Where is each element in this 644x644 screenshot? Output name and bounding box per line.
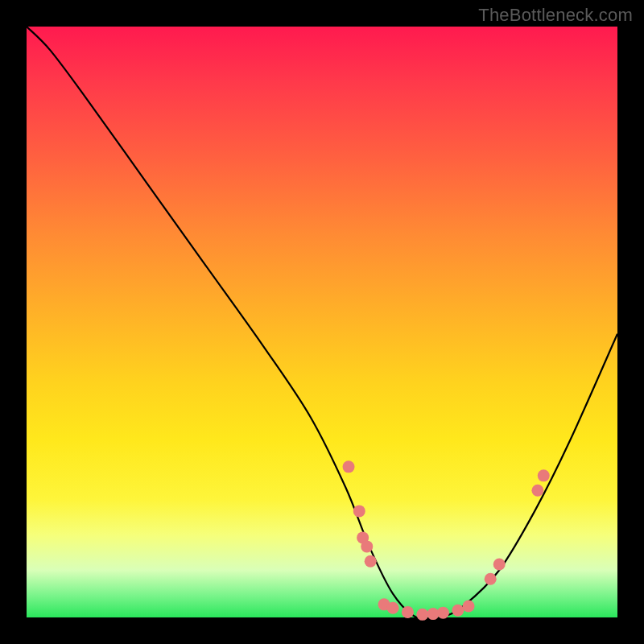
data-point-p2 xyxy=(353,505,365,517)
data-point-p14 xyxy=(485,573,497,585)
data-point-p15 xyxy=(493,558,506,570)
chart-frame: TheBottleneck.com xyxy=(0,0,644,644)
data-point-p9 xyxy=(416,609,428,621)
bottleneck-curve xyxy=(27,27,617,620)
data-point-p1 xyxy=(343,460,355,473)
watermark-text: TheBottleneck.com xyxy=(478,5,633,26)
data-point-p5 xyxy=(365,555,377,568)
data-point-p11 xyxy=(437,607,449,619)
curve-layer xyxy=(27,27,617,617)
plot-area xyxy=(27,27,617,617)
data-point-p4 xyxy=(361,540,373,552)
data-point-p12 xyxy=(452,605,464,617)
data-point-p16 xyxy=(531,485,543,497)
data-point-p17 xyxy=(538,469,550,481)
data-point-p7 xyxy=(387,602,399,614)
data-point-p8 xyxy=(402,606,414,618)
data-point-p13 xyxy=(463,601,475,613)
